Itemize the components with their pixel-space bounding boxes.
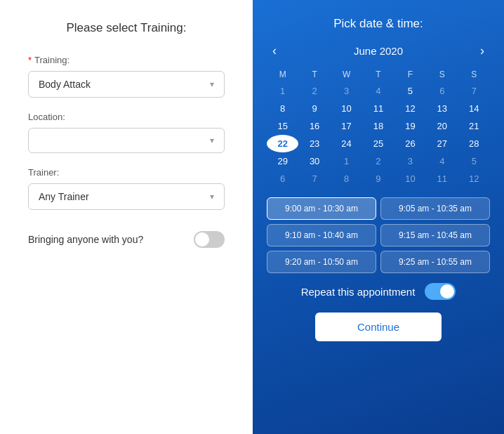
- repeat-toggle-knob: [440, 284, 454, 298]
- next-month-button[interactable]: ›: [475, 42, 490, 60]
- calendar-day[interactable]: 1: [331, 152, 362, 170]
- right-title: Pick date & time:: [333, 17, 423, 31]
- calendar-day[interactable]: 11: [426, 170, 458, 188]
- calendar-day[interactable]: 3: [394, 152, 426, 170]
- time-slot[interactable]: 9:00 am - 10:30 am: [267, 197, 376, 220]
- trainer-label: Trainer:: [28, 167, 225, 178]
- calendar-day[interactable]: 19: [394, 117, 426, 135]
- calendar-day[interactable]: 11: [362, 100, 394, 117]
- location-field-group: Location: ▾: [28, 112, 225, 153]
- calendar-day[interactable]: 12: [458, 170, 490, 188]
- time-slot[interactable]: 9:05 am - 10:35 am: [380, 197, 490, 220]
- calendar-day[interactable]: 8: [267, 100, 298, 117]
- calendar-day[interactable]: 18: [362, 117, 394, 135]
- calendar-day[interactable]: 9: [362, 170, 394, 188]
- time-slots-container: 9:00 am - 10:30 am9:05 am - 10:35 am9:10…: [267, 197, 490, 275]
- calendar-day[interactable]: 23: [298, 135, 330, 152]
- bringing-toggle[interactable]: [194, 231, 225, 248]
- repeat-toggle[interactable]: [425, 283, 456, 300]
- weekday-header: F: [394, 67, 426, 82]
- required-star: *: [28, 55, 32, 65]
- left-panel: Please select Training: * Training: Body…: [0, 0, 253, 434]
- calendar-day[interactable]: 4: [426, 152, 458, 170]
- calendar-day[interactable]: 6: [267, 170, 298, 188]
- calendar-day[interactable]: 4: [362, 82, 394, 100]
- training-value: Body Attack: [39, 79, 91, 90]
- calendar-day[interactable]: 12: [394, 100, 426, 117]
- trainer-dropdown-arrow: ▾: [210, 192, 214, 202]
- weekday-header: S: [426, 67, 458, 82]
- repeat-row: Repeat this appointment: [301, 283, 456, 300]
- weekday-header: M: [267, 67, 298, 82]
- right-panel: Pick date & time: ‹ June 2020 › MTWTFSS …: [253, 0, 504, 434]
- calendar-day[interactable]: 21: [458, 117, 490, 135]
- bringing-row: Bringing anyone with you?: [28, 231, 225, 248]
- trainer-dropdown[interactable]: Any Trainer ▾: [28, 183, 225, 210]
- calendar-day[interactable]: 7: [458, 82, 490, 100]
- time-slot[interactable]: 9:25 am - 10:55 am: [380, 251, 490, 273]
- repeat-label: Repeat this appointment: [301, 286, 416, 298]
- location-dropdown[interactable]: ▾: [28, 128, 225, 153]
- left-title: Please select Training:: [28, 21, 225, 35]
- calendar-day[interactable]: 10: [394, 170, 426, 188]
- location-label: Location:: [28, 112, 225, 122]
- location-dropdown-arrow: ▾: [210, 136, 214, 145]
- calendar: ‹ June 2020 › MTWTFSS 123456789101112131…: [267, 42, 490, 188]
- calendar-day[interactable]: 28: [458, 135, 490, 152]
- calendar-day[interactable]: 25: [362, 135, 394, 152]
- time-slot[interactable]: 9:15 am - 10:45 am: [380, 224, 490, 246]
- calendar-month: June 2020: [354, 45, 403, 57]
- calendar-day[interactable]: 8: [331, 170, 362, 188]
- calendar-grid: MTWTFSS 12345678910111213141516171819202…: [267, 67, 490, 188]
- training-field-group: * Training: Body Attack ▾: [28, 55, 225, 98]
- calendar-day[interactable]: 14: [458, 100, 490, 117]
- prev-month-button[interactable]: ‹: [267, 42, 282, 60]
- calendar-day[interactable]: 30: [298, 152, 330, 170]
- training-label: * Training:: [28, 55, 225, 65]
- time-slots-grid: 9:00 am - 10:30 am9:05 am - 10:35 am9:10…: [267, 197, 490, 275]
- calendar-day[interactable]: 13: [426, 100, 458, 117]
- continue-button[interactable]: Continue: [315, 313, 442, 341]
- calendar-day[interactable]: 29: [267, 152, 298, 170]
- time-slot[interactable]: 9:10 am - 10:40 am: [267, 224, 376, 246]
- weekday-header: W: [331, 67, 362, 82]
- weekday-header: T: [298, 67, 330, 82]
- calendar-day[interactable]: 26: [394, 135, 426, 152]
- calendar-day[interactable]: 5: [458, 152, 490, 170]
- calendar-day[interactable]: 10: [331, 100, 362, 117]
- calendar-day[interactable]: 16: [298, 117, 330, 135]
- calendar-day[interactable]: 20: [426, 117, 458, 135]
- time-slot[interactable]: 9:20 am - 10:50 am: [267, 251, 376, 273]
- bringing-label: Bringing anyone with you?: [28, 234, 143, 245]
- calendar-day[interactable]: 24: [331, 135, 362, 152]
- calendar-day[interactable]: 9: [298, 100, 330, 117]
- calendar-header: ‹ June 2020 ›: [267, 42, 490, 60]
- trainer-field-group: Trainer: Any Trainer ▾: [28, 167, 225, 210]
- weekday-header: S: [458, 67, 490, 82]
- calendar-day[interactable]: 17: [331, 117, 362, 135]
- calendar-day[interactable]: 6: [426, 82, 458, 100]
- calendar-day[interactable]: 27: [426, 135, 458, 152]
- training-dropdown[interactable]: Body Attack ▾: [28, 71, 225, 98]
- toggle-knob: [195, 232, 209, 246]
- calendar-day[interactable]: 5: [394, 82, 426, 100]
- calendar-day[interactable]: 1: [267, 82, 298, 100]
- calendar-day[interactable]: 2: [298, 82, 330, 100]
- weekday-header: T: [362, 67, 394, 82]
- calendar-day[interactable]: 2: [362, 152, 394, 170]
- calendar-day[interactable]: 3: [331, 82, 362, 100]
- calendar-day[interactable]: 22: [267, 135, 298, 152]
- trainer-value: Any Trainer: [39, 191, 89, 202]
- training-dropdown-arrow: ▾: [210, 79, 214, 89]
- calendar-day[interactable]: 7: [298, 170, 330, 188]
- calendar-day[interactable]: 15: [267, 117, 298, 135]
